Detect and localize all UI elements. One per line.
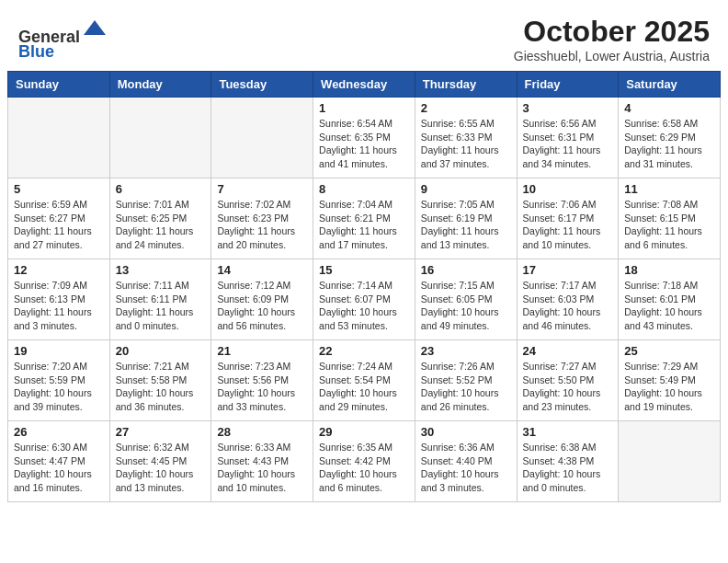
day-info: Sunrise: 7:06 AM Sunset: 6:17 PM Dayligh… — [523, 198, 613, 252]
day-number: 31 — [523, 425, 613, 439]
day-info: Sunrise: 6:30 AM Sunset: 4:47 PM Dayligh… — [14, 441, 104, 495]
weekday-header-sunday: Sunday — [8, 72, 110, 98]
calendar-day-cell: 15Sunrise: 7:14 AM Sunset: 6:07 PM Dayli… — [313, 259, 415, 340]
day-info: Sunrise: 7:21 AM Sunset: 5:58 PM Dayligh… — [116, 360, 206, 414]
calendar-day-cell: 12Sunrise: 7:09 AM Sunset: 6:13 PM Dayli… — [8, 259, 110, 340]
day-number: 4 — [624, 101, 714, 115]
month-title: October 2025 — [514, 15, 710, 49]
day-number: 28 — [217, 425, 307, 439]
day-number: 7 — [217, 182, 307, 196]
calendar-day-cell: 25Sunrise: 7:29 AM Sunset: 5:49 PM Dayli… — [619, 340, 721, 421]
calendar-day-cell: 17Sunrise: 7:17 AM Sunset: 6:03 PM Dayli… — [517, 259, 619, 340]
calendar-day-cell: 30Sunrise: 6:36 AM Sunset: 4:40 PM Dayli… — [415, 421, 517, 502]
day-number: 14 — [217, 263, 307, 277]
calendar-day-cell — [8, 98, 110, 178]
calendar-day-cell: 29Sunrise: 6:35 AM Sunset: 4:42 PM Dayli… — [313, 421, 415, 502]
logo-blue-text: Blue — [18, 42, 54, 61]
day-number: 21 — [217, 344, 307, 358]
day-number: 2 — [421, 101, 511, 115]
calendar-day-cell: 5Sunrise: 6:59 AM Sunset: 6:27 PM Daylig… — [8, 178, 110, 259]
calendar-day-cell: 23Sunrise: 7:26 AM Sunset: 5:52 PM Dayli… — [415, 340, 517, 421]
calendar-table: SundayMondayTuesdayWednesdayThursdayFrid… — [7, 71, 721, 502]
day-info: Sunrise: 7:26 AM Sunset: 5:52 PM Dayligh… — [421, 360, 511, 414]
calendar-day-cell: 4Sunrise: 6:58 AM Sunset: 6:29 PM Daylig… — [619, 98, 721, 178]
day-number: 11 — [624, 182, 714, 196]
day-number: 24 — [523, 344, 613, 358]
calendar-day-cell: 3Sunrise: 6:56 AM Sunset: 6:31 PM Daylig… — [517, 98, 619, 178]
calendar-day-cell: 20Sunrise: 7:21 AM Sunset: 5:58 PM Dayli… — [109, 340, 211, 421]
day-number: 3 — [523, 101, 613, 115]
calendar-day-cell: 31Sunrise: 6:38 AM Sunset: 4:38 PM Dayli… — [517, 421, 619, 502]
calendar-day-cell: 6Sunrise: 7:01 AM Sunset: 6:25 PM Daylig… — [109, 178, 211, 259]
calendar-day-cell: 27Sunrise: 6:32 AM Sunset: 4:45 PM Dayli… — [109, 421, 211, 502]
day-info: Sunrise: 7:23 AM Sunset: 5:56 PM Dayligh… — [217, 360, 307, 414]
day-info: Sunrise: 6:59 AM Sunset: 6:27 PM Dayligh… — [14, 198, 104, 252]
weekday-header-row: SundayMondayTuesdayWednesdayThursdayFrid… — [8, 72, 721, 98]
day-info: Sunrise: 7:04 AM Sunset: 6:21 PM Dayligh… — [319, 198, 409, 252]
day-info: Sunrise: 7:17 AM Sunset: 6:03 PM Dayligh… — [523, 279, 613, 333]
calendar-day-cell: 1Sunrise: 6:54 AM Sunset: 6:35 PM Daylig… — [313, 98, 415, 178]
day-info: Sunrise: 6:55 AM Sunset: 6:33 PM Dayligh… — [421, 117, 511, 171]
day-info: Sunrise: 7:09 AM Sunset: 6:13 PM Dayligh… — [14, 279, 104, 333]
calendar-week-row: 26Sunrise: 6:30 AM Sunset: 4:47 PM Dayli… — [8, 421, 721, 502]
day-info: Sunrise: 6:56 AM Sunset: 6:31 PM Dayligh… — [523, 117, 613, 171]
calendar-week-row: 12Sunrise: 7:09 AM Sunset: 6:13 PM Dayli… — [8, 259, 721, 340]
day-number: 16 — [421, 263, 511, 277]
logo: General Blue — [18, 17, 108, 62]
calendar-day-cell: 28Sunrise: 6:33 AM Sunset: 4:43 PM Dayli… — [211, 421, 313, 502]
calendar-day-cell: 14Sunrise: 7:12 AM Sunset: 6:09 PM Dayli… — [211, 259, 313, 340]
day-number: 30 — [421, 425, 511, 439]
title-block: October 2025 Giesshuebl, Lower Austria, … — [514, 15, 710, 63]
day-info: Sunrise: 7:29 AM Sunset: 5:49 PM Dayligh… — [624, 360, 714, 414]
calendar-day-cell: 10Sunrise: 7:06 AM Sunset: 6:17 PM Dayli… — [517, 178, 619, 259]
day-info: Sunrise: 6:36 AM Sunset: 4:40 PM Dayligh… — [421, 441, 511, 495]
calendar-week-row: 1Sunrise: 6:54 AM Sunset: 6:35 PM Daylig… — [8, 98, 721, 178]
day-info: Sunrise: 6:35 AM Sunset: 4:42 PM Dayligh… — [319, 441, 409, 495]
page-header: General Blue October 2025 Giesshuebl, Lo… — [0, 0, 728, 71]
day-info: Sunrise: 6:32 AM Sunset: 4:45 PM Dayligh… — [116, 441, 206, 495]
day-info: Sunrise: 7:05 AM Sunset: 6:19 PM Dayligh… — [421, 198, 511, 252]
day-number: 22 — [319, 344, 409, 358]
weekday-header-tuesday: Tuesday — [211, 72, 313, 98]
calendar-day-cell: 26Sunrise: 6:30 AM Sunset: 4:47 PM Dayli… — [8, 421, 110, 502]
day-number: 12 — [14, 263, 104, 277]
calendar-day-cell: 7Sunrise: 7:02 AM Sunset: 6:23 PM Daylig… — [211, 178, 313, 259]
day-info: Sunrise: 7:18 AM Sunset: 6:01 PM Dayligh… — [624, 279, 714, 333]
calendar-day-cell: 11Sunrise: 7:08 AM Sunset: 6:15 PM Dayli… — [619, 178, 721, 259]
day-number: 1 — [319, 101, 409, 115]
calendar-day-cell: 2Sunrise: 6:55 AM Sunset: 6:33 PM Daylig… — [415, 98, 517, 178]
calendar-week-row: 5Sunrise: 6:59 AM Sunset: 6:27 PM Daylig… — [8, 178, 721, 259]
calendar-day-cell: 13Sunrise: 7:11 AM Sunset: 6:11 PM Dayli… — [109, 259, 211, 340]
svg-marker-0 — [84, 20, 106, 35]
day-info: Sunrise: 7:15 AM Sunset: 6:05 PM Dayligh… — [421, 279, 511, 333]
calendar-day-cell: 22Sunrise: 7:24 AM Sunset: 5:54 PM Dayli… — [313, 340, 415, 421]
day-info: Sunrise: 7:24 AM Sunset: 5:54 PM Dayligh… — [319, 360, 409, 414]
logo-icon — [82, 17, 108, 42]
calendar-day-cell — [619, 421, 721, 502]
day-number: 10 — [523, 182, 613, 196]
location-subtitle: Giesshuebl, Lower Austria, Austria — [514, 49, 710, 63]
calendar-day-cell: 16Sunrise: 7:15 AM Sunset: 6:05 PM Dayli… — [415, 259, 517, 340]
day-number: 18 — [624, 263, 714, 277]
day-number: 29 — [319, 425, 409, 439]
day-number: 8 — [319, 182, 409, 196]
weekday-header-wednesday: Wednesday — [313, 72, 415, 98]
calendar-day-cell — [211, 98, 313, 178]
day-info: Sunrise: 6:54 AM Sunset: 6:35 PM Dayligh… — [319, 117, 409, 171]
calendar-day-cell: 21Sunrise: 7:23 AM Sunset: 5:56 PM Dayli… — [211, 340, 313, 421]
day-number: 13 — [116, 263, 206, 277]
day-info: Sunrise: 6:33 AM Sunset: 4:43 PM Dayligh… — [217, 441, 307, 495]
weekday-header-friday: Friday — [517, 72, 619, 98]
day-number: 26 — [14, 425, 104, 439]
day-info: Sunrise: 6:58 AM Sunset: 6:29 PM Dayligh… — [624, 117, 714, 171]
calendar-day-cell: 8Sunrise: 7:04 AM Sunset: 6:21 PM Daylig… — [313, 178, 415, 259]
day-number: 25 — [624, 344, 714, 358]
day-info: Sunrise: 7:12 AM Sunset: 6:09 PM Dayligh… — [217, 279, 307, 333]
day-number: 19 — [14, 344, 104, 358]
calendar-day-cell: 18Sunrise: 7:18 AM Sunset: 6:01 PM Dayli… — [619, 259, 721, 340]
calendar-wrapper: SundayMondayTuesdayWednesdayThursdayFrid… — [0, 71, 728, 510]
day-info: Sunrise: 6:38 AM Sunset: 4:38 PM Dayligh… — [523, 441, 613, 495]
day-number: 6 — [116, 182, 206, 196]
calendar-day-cell: 9Sunrise: 7:05 AM Sunset: 6:19 PM Daylig… — [415, 178, 517, 259]
day-number: 17 — [523, 263, 613, 277]
